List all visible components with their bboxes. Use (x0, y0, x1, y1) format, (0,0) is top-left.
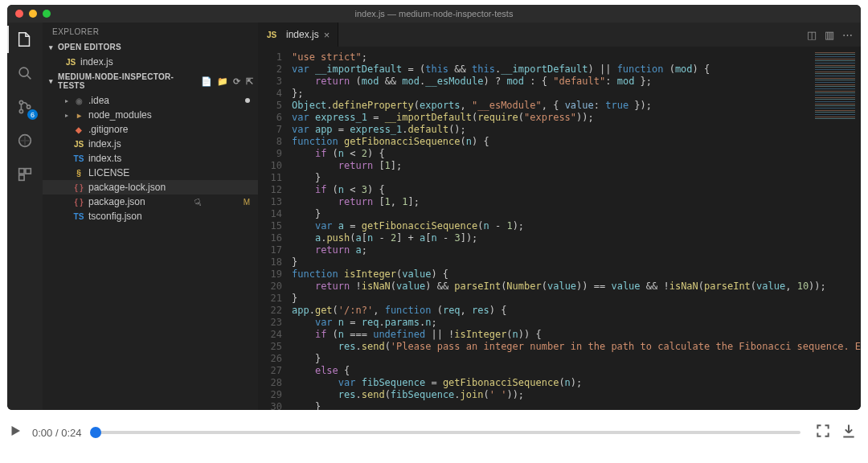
twist-icon: ▸ (65, 97, 73, 104)
extensions-icon[interactable] (14, 164, 35, 185)
svg-point-1 (19, 100, 23, 104)
video-frame: index.js — medium-node-inspector-tests 6… (7, 5, 861, 410)
js-file-icon: JS (73, 138, 84, 150)
json-file-icon: { } (73, 182, 84, 193)
line-number-gutter: 1234567891011121314151617181920212223242… (258, 47, 290, 410)
tree-item[interactable]: TSindex.ts (43, 151, 258, 166)
collapse-icon[interactable]: ⇱ (246, 76, 253, 87)
file-label: LICENSE (88, 167, 258, 178)
tree-item[interactable]: { }package-lock.json (43, 180, 258, 195)
tab-bar: JS index.js × ◫▥⋯ (258, 23, 861, 47)
tree-item[interactable]: ◆.gitignore (43, 122, 258, 137)
svg-rect-6 (26, 169, 31, 174)
ts-file-icon: TS (73, 211, 84, 222)
open-editors-list: JSindex.js (43, 53, 258, 71)
tree-item[interactable]: JSindex.js (43, 137, 258, 151)
new-folder-icon[interactable]: 📁 (217, 76, 228, 87)
json-file-icon: { } (73, 196, 84, 207)
svg-rect-7 (19, 175, 24, 180)
play-button[interactable] (8, 424, 23, 441)
editor-group: JS index.js × ◫▥⋯ 1234567891011121314151… (258, 23, 861, 410)
file-label: index.ts (88, 153, 258, 164)
file-label: package-lock.json (88, 182, 258, 193)
badge: 6 (27, 109, 38, 120)
twist-icon: ▸ (65, 112, 73, 119)
project-tree: ▸◉.idea▸▸node_modules◆.gitignoreJSindex.… (43, 92, 258, 225)
close-tab-icon[interactable]: × (324, 29, 330, 41)
tree-item[interactable]: ▸◉.idea (43, 93, 258, 108)
video-duration: 0:24 (61, 427, 81, 439)
js-file-icon: JS (65, 56, 76, 68)
folder-file-icon: ▸ (73, 109, 84, 121)
tree-item[interactable]: §LICENSE (43, 166, 258, 180)
video-current-time: 0:00 (32, 427, 52, 439)
window-titlebar: index.js — medium-node-inspector-tests (7, 5, 861, 23)
file-label: package.json (88, 196, 244, 207)
video-controls: 0:00 / 0:24 (0, 410, 868, 455)
code-editor[interactable]: 1234567891011121314151617181920212223242… (258, 47, 861, 410)
tree-item[interactable]: ▸▸node_modules (43, 108, 258, 122)
open-editor-item[interactable]: JSindex.js (43, 55, 258, 69)
explorer-title: EXPLORER (43, 23, 258, 41)
ts-file-icon: TS (73, 153, 84, 164)
file-label: index.js (80, 56, 258, 68)
code-content[interactable]: "use strict";var __importDefault = (this… (290, 47, 861, 410)
file-label: .gitignore (88, 124, 258, 135)
debug-icon[interactable] (14, 130, 35, 151)
search-icon[interactable] (14, 63, 35, 84)
tree-item[interactable]: TStsconfig.json (43, 209, 258, 223)
svg-point-2 (19, 109, 23, 113)
video-progress-bar[interactable] (96, 431, 800, 434)
minimap[interactable] (813, 50, 858, 122)
svg-point-3 (27, 105, 30, 109)
video-progress-knob[interactable] (90, 427, 101, 438)
idea-file-icon: ◉ (73, 95, 84, 106)
video-time: 0:00 / 0:24 (32, 427, 81, 439)
download-button[interactable] (841, 423, 857, 442)
git-file-icon: ◆ (73, 124, 84, 135)
open-editors-label: OPEN EDITORS (58, 43, 121, 51)
file-label: tsconfig.json (88, 211, 258, 222)
unsaved-indicator (245, 98, 250, 103)
refresh-icon[interactable]: ⟳ (233, 76, 240, 87)
fullscreen-button[interactable] (815, 423, 831, 442)
js-file-icon: JS (266, 29, 277, 40)
activity-bar: 6 (7, 23, 43, 410)
more-icon[interactable]: ⋯ (842, 29, 853, 41)
open-editors-header[interactable]: ▾ OPEN EDITORS (43, 41, 258, 53)
svg-rect-5 (19, 169, 24, 174)
explorer-sidebar: EXPLORER ▾ OPEN EDITORS JSindex.js ▾ MED… (43, 23, 258, 410)
new-file-icon[interactable]: 📄 (201, 76, 212, 87)
tab-label: index.js (286, 29, 319, 40)
file-label: index.js (88, 138, 258, 150)
vcs-status: M (244, 198, 250, 207)
file-label: .idea (88, 95, 245, 106)
split-icon[interactable]: ◫ (807, 29, 817, 41)
tree-item[interactable]: { }package.jsonM (43, 195, 258, 209)
svg-point-0 (19, 68, 28, 76)
project-label: MEDIUM-NODE-INSPECTOR-TESTS (58, 72, 201, 90)
layout-icon[interactable]: ▥ (825, 29, 834, 41)
source-control-icon[interactable]: 6 (14, 96, 35, 117)
chevron-down-icon: ▾ (47, 77, 55, 85)
license-file-icon: § (73, 167, 84, 178)
files-icon[interactable] (14, 29, 35, 50)
project-header[interactable]: ▾ MEDIUM-NODE-INSPECTOR-TESTS 📄📁⟳⇱ (43, 71, 258, 92)
window-title: index.js — medium-node-inspector-tests (7, 9, 861, 18)
chevron-down-icon: ▾ (47, 43, 55, 51)
file-label: node_modules (88, 109, 258, 121)
tab-index-js[interactable]: JS index.js × (258, 23, 338, 47)
